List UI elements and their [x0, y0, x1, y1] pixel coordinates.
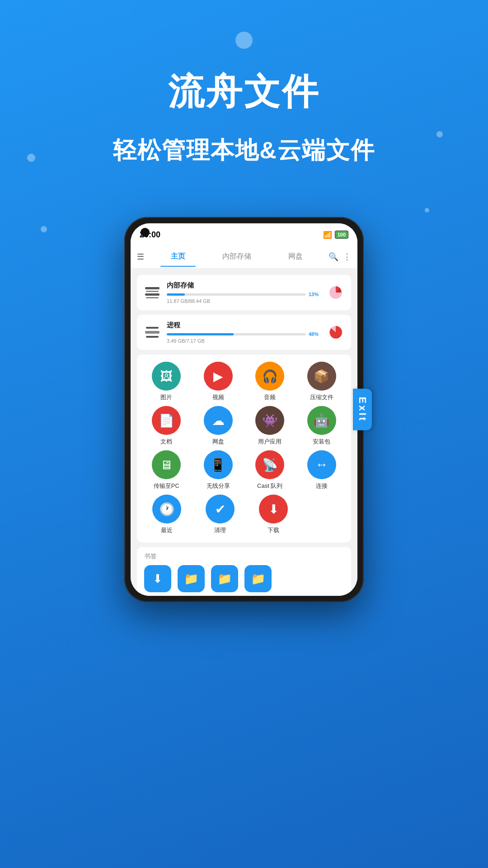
audio-icon: 🎧 [255, 362, 284, 391]
bookmark-item-1[interactable]: ⬇ [144, 565, 171, 592]
exit-button[interactable]: ExIt [353, 389, 372, 430]
process-info: 进程 48% 3.49 GB/7.17 GB [167, 321, 321, 344]
search-icon[interactable]: 🔍 [328, 252, 338, 262]
grid-row-1: 🖼 图片 ▶ 视频 🎧 音频 📦 压缩文件 [141, 362, 347, 401]
status-bar: 20:00 📶 100 [131, 223, 357, 245]
tab-home[interactable]: 主页 [149, 249, 207, 264]
grid-item-cloud[interactable]: ☁ 网盘 [196, 406, 241, 446]
process-name: 进程 [167, 321, 321, 330]
video-label: 视频 [212, 393, 224, 401]
grid-item-photos[interactable]: 🖼 图片 [144, 362, 189, 401]
download-icon: ⬇ [259, 495, 288, 524]
grid-item-apps[interactable]: 👾 用户应用 [247, 406, 292, 446]
grid-item-wireless[interactable]: 📱 无线分享 [196, 450, 241, 490]
tab-cloud[interactable]: 网盘 [266, 249, 325, 264]
wifi-icon: 📶 [323, 231, 332, 239]
grid-item-video[interactable]: ▶ 视频 [196, 362, 241, 401]
internal-pie-chart [328, 284, 344, 301]
internal-progress-percent: 13% [309, 292, 321, 297]
download-label: 下载 [267, 526, 279, 534]
process-pie-chart [328, 324, 344, 340]
internal-progress-fill [167, 293, 185, 296]
status-icons: 📶 100 [323, 231, 348, 239]
grid-item-audio[interactable]: 🎧 音频 [247, 362, 292, 401]
clean-icon: ✔ [206, 495, 235, 524]
bookmark-section: 书签 ⬇ 📁 📁 📁 [137, 547, 351, 596]
grid-row-3: 🖥 传输至PC 📱 无线分享 📡 Cast 队列 ↔ [141, 450, 347, 490]
archive-icon: 📦 [307, 362, 336, 391]
cloud-label: 网盘 [212, 438, 224, 446]
decorative-dot-bottom-left [41, 226, 47, 232]
connect-label: 连接 [316, 482, 328, 490]
wireless-label: 无线分享 [206, 482, 230, 490]
process-progress-wrap: 48% [167, 331, 321, 337]
internal-storage-icon [144, 284, 160, 301]
docs-label: 文档 [160, 438, 172, 446]
bookmark-item-2[interactable]: 📁 [178, 565, 205, 592]
grid-item-connect[interactable]: ↔ 连接 [299, 450, 344, 490]
grid-item-clean[interactable]: ✔ 清理 [197, 495, 243, 534]
bookmark-row: ⬇ 📁 📁 📁 [144, 565, 344, 592]
internal-progress-bg [167, 293, 306, 296]
phone-inner: 20:00 📶 100 ☰ 主页 内部存储 网盘 🔍 ⋮ [131, 223, 357, 596]
photos-icon: 🖼 [152, 362, 181, 391]
audio-label: 音频 [264, 393, 276, 401]
wireless-icon: 📱 [204, 450, 233, 479]
internal-storage-card[interactable]: 内部存储 13% 11.87 GB/88.44 GB [137, 275, 351, 310]
process-progress-bg [167, 333, 306, 335]
phone-mockup: 20:00 📶 100 ☰ 主页 内部存储 网盘 🔍 ⋮ [124, 217, 364, 602]
grid-item-download[interactable]: ⬇ 下载 [251, 495, 296, 534]
grid-item-transfer[interactable]: 🖥 传输至PC [144, 450, 189, 490]
bookmark-item-4[interactable]: 📁 [244, 565, 272, 592]
internal-storage-size: 11.87 GB/88.44 GB [167, 298, 321, 304]
archive-label: 压缩文件 [310, 393, 333, 401]
bookmark-item-3[interactable]: 📁 [211, 565, 238, 592]
grid-row-4: 🕐 最近 ✔ 清理 ⬇ 下载 [141, 495, 347, 534]
apps-icon: 👾 [255, 406, 284, 435]
cast-icon: 📡 [255, 450, 284, 479]
grid-row-2: 📄 文档 ☁ 网盘 👾 用户应用 🤖 安装 [141, 406, 347, 446]
clean-label: 清理 [214, 526, 226, 534]
cloud-icon: ☁ [204, 406, 233, 435]
menu-icon[interactable]: ☰ [137, 252, 144, 262]
transfer-label: 传输至PC [154, 482, 179, 490]
recent-label: 最近 [161, 526, 173, 534]
process-storage-size: 3.49 GB/7.17 GB [167, 338, 321, 344]
grid-item-recent[interactable]: 🕐 最近 [144, 495, 189, 534]
battery-badge: 100 [335, 231, 348, 239]
docs-icon: 📄 [152, 406, 181, 435]
process-icon [144, 324, 160, 340]
process-progress-percent: 48% [309, 331, 321, 337]
photos-label: 图片 [160, 393, 172, 401]
cast-label: Cast 队列 [257, 482, 282, 490]
grid-item-archive[interactable]: 📦 压缩文件 [299, 362, 344, 401]
more-icon[interactable]: ⋮ [343, 252, 351, 262]
grid-item-docs[interactable]: 📄 文档 [144, 406, 189, 446]
grid-section: 🖼 图片 ▶ 视频 🎧 音频 📦 压缩文件 [137, 354, 351, 542]
grid-item-apk[interactable]: 🤖 安装包 [299, 406, 344, 446]
process-card[interactable]: 进程 48% 3.49 GB/7.17 GB [137, 315, 351, 350]
tab-internal[interactable]: 内部存储 [207, 249, 266, 264]
connect-icon: ↔ [307, 450, 336, 479]
camera-notch [141, 228, 150, 237]
recent-icon: 🕐 [152, 495, 181, 524]
decorative-dot-right-mid [425, 208, 429, 212]
nav-tabs: ☰ 主页 内部存储 网盘 🔍 ⋮ [131, 245, 357, 269]
transfer-icon: 🖥 [152, 450, 181, 479]
apps-label: 用户应用 [258, 438, 282, 446]
video-icon: ▶ [204, 362, 233, 391]
grid-item-cast[interactable]: 📡 Cast 队列 [247, 450, 292, 490]
internal-progress-wrap: 13% [167, 292, 321, 297]
header-area: 流舟文件 轻松管理本地&云端文件 [0, 27, 488, 166]
phone-outer: 20:00 📶 100 ☰ 主页 内部存储 网盘 🔍 ⋮ [124, 217, 364, 602]
content-area: 内部存储 13% 11.87 GB/88.44 GB [131, 269, 357, 596]
process-progress-fill [167, 333, 234, 335]
app-title: 流舟文件 [0, 68, 488, 117]
bookmark-title: 书签 [144, 552, 344, 561]
apk-label: 安装包 [313, 438, 330, 446]
internal-storage-info: 内部存储 13% 11.87 GB/88.44 GB [167, 281, 321, 304]
app-subtitle: 轻松管理本地&云端文件 [0, 135, 488, 166]
apk-icon: 🤖 [307, 406, 336, 435]
internal-storage-name: 内部存储 [167, 281, 321, 290]
